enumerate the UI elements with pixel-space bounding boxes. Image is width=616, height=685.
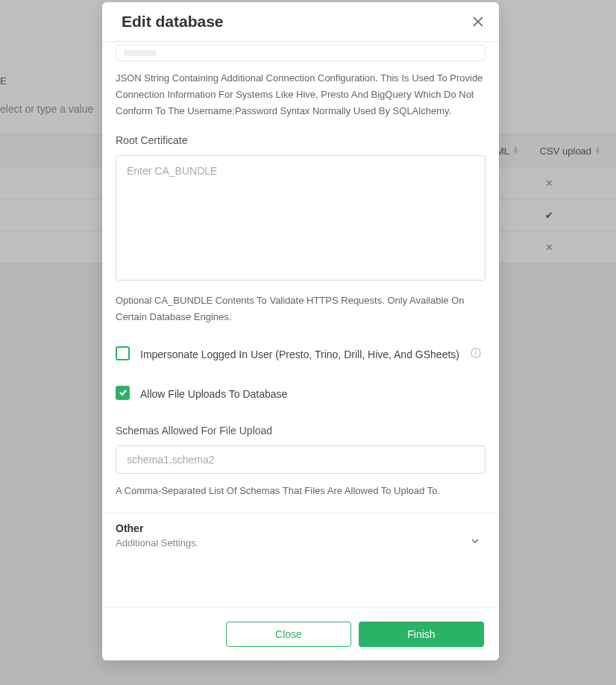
root-cert-help: Optional CA_BUNDLE Contents To Validate … [116, 293, 485, 325]
modal-header: Edit database [102, 2, 499, 42]
placeholder-bar [124, 50, 157, 56]
allow-upload-checkbox[interactable] [116, 386, 130, 400]
collapsed-input-preview [116, 45, 485, 61]
other-section-subtitle: Additional Settings. [116, 537, 485, 548]
svg-rect-2 [475, 351, 476, 351]
root-cert-textarea[interactable] [116, 155, 485, 281]
schemas-input[interactable] [116, 445, 485, 474]
allow-upload-row: Allow File Uploads To Database [116, 386, 485, 402]
impersonate-checkbox[interactable] [116, 346, 130, 360]
edit-database-modal: Edit database JSON String Containing Add… [102, 2, 499, 660]
root-cert-label: Root Certificate [116, 134, 485, 146]
schemas-label: Schemas Allowed For File Upload [116, 425, 485, 437]
json-help-text: JSON String Containing Additional Connec… [116, 70, 485, 119]
close-button[interactable]: Close [226, 622, 351, 647]
impersonate-label: Impersonate Logged In User (Presto, Trin… [140, 346, 459, 363]
schemas-help: A Comma-Separated List Of Schemas That F… [116, 483, 485, 499]
other-section[interactable]: Other Additional Settings. [102, 513, 499, 560]
svg-rect-1 [475, 352, 476, 355]
scroll-area[interactable]: JSON String Containing Additional Connec… [102, 42, 499, 607]
modal-title: Edit database [122, 13, 224, 31]
modal-body: JSON String Containing Additional Connec… [102, 42, 499, 607]
chevron-down-icon[interactable] [471, 535, 480, 548]
other-section-title: Other [116, 522, 485, 534]
finish-button[interactable]: Finish [359, 622, 484, 647]
info-icon[interactable] [471, 348, 481, 361]
modal-footer: Close Finish [102, 607, 499, 660]
allow-upload-label: Allow File Uploads To Database [140, 386, 287, 402]
close-icon[interactable] [471, 14, 485, 29]
impersonate-row: Impersonate Logged In User (Presto, Trin… [116, 346, 485, 363]
